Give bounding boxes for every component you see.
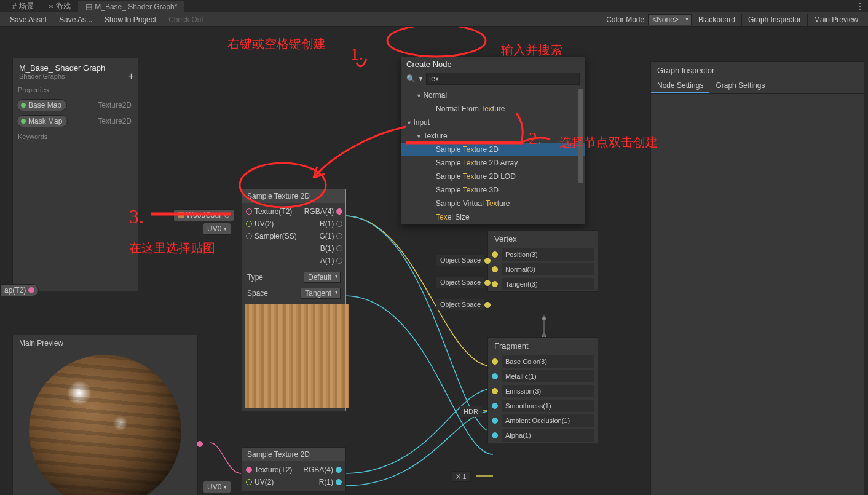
- graph-inspector-toggle[interactable]: Graph Inspector: [741, 14, 807, 26]
- port-icon: [336, 233, 342, 239]
- output-port-rgba[interactable]: RGBA(4): [304, 205, 343, 218]
- fragment-stack[interactable]: Fragment Base Color(3) Metallic(1) Emiss…: [487, 337, 598, 443]
- property-row[interactable]: Base Map Texture2D: [13, 97, 138, 113]
- output-port-a[interactable]: A(1): [304, 255, 343, 267]
- port-icon: [28, 287, 34, 293]
- input-port-uv[interactable]: UV(2): [246, 218, 297, 230]
- chevron-down-icon[interactable]: ▼: [418, 76, 424, 82]
- port-icon: [492, 281, 498, 287]
- result-item[interactable]: Texel Size: [401, 210, 585, 224]
- tab-scene[interactable]: #场景: [5, 0, 41, 13]
- property-pill[interactable]: Mask Map: [17, 115, 68, 127]
- port-icon: [246, 467, 252, 473]
- blackboard-toggle[interactable]: Blackboard: [692, 14, 741, 26]
- node-title: Sample Texture 2D: [242, 448, 345, 461]
- output-port-b[interactable]: B(1): [304, 242, 343, 255]
- properties-header: Properties: [13, 82, 138, 97]
- alpha-value-field[interactable]: X 1: [452, 471, 471, 482]
- uv-channel-pill[interactable]: UV0▾: [203, 223, 231, 235]
- port-stub[interactable]: [197, 440, 203, 449]
- result-item-selected[interactable]: Sample Texture 2D: [401, 143, 585, 156]
- port-icon: [336, 467, 342, 473]
- tab-game[interactable]: ∞游戏: [41, 0, 79, 13]
- stack-row[interactable]: Tangent(3): [488, 277, 598, 291]
- output-port-g[interactable]: G(1): [304, 230, 343, 242]
- port-icon: [484, 258, 491, 264]
- type-select[interactable]: Default: [304, 272, 341, 283]
- stack-row[interactable]: Smoothness(1): [488, 398, 598, 413]
- output-port-r[interactable]: R(1): [303, 476, 342, 488]
- space-select[interactable]: Tangent: [301, 288, 341, 299]
- scrollbar[interactable]: [578, 89, 583, 224]
- annotation-text: 输入并搜索: [501, 42, 562, 58]
- node-sample-texture-2d[interactable]: Sample Texture 2D Texture(T2) UV(2) RGBA…: [242, 447, 346, 491]
- vertex-stack[interactable]: Vertex Position(3) Normal(3) Tangent(3): [487, 230, 598, 292]
- stack-row[interactable]: Normal(3): [488, 262, 598, 277]
- check-out-button: Check Out: [162, 14, 210, 26]
- stack-row[interactable]: Base Color(3): [488, 354, 598, 369]
- texture-asset-pill[interactable]: WoodCour ⊙: [173, 209, 234, 221]
- svg-point-0: [542, 317, 546, 320]
- port-icon: [336, 221, 342, 227]
- property-row[interactable]: Mask Map Texture2D: [13, 113, 138, 129]
- node-sample-texture-2d[interactable]: Sample Texture 2D Texture(T2) UV(2) Samp…: [242, 189, 346, 411]
- tab-shadergraph[interactable]: ▤M_Base_ Shader Graph*: [78, 1, 184, 12]
- keywords-header: Keywords: [13, 129, 138, 144]
- result-item[interactable]: Sample Virtual Texture: [401, 197, 585, 210]
- port-icon: [492, 418, 498, 424]
- color-mode-select[interactable]: <None>: [648, 14, 692, 25]
- texture-swatch-icon: [178, 212, 184, 218]
- graph-inspector-panel[interactable]: Graph Inspector Node Settings Graph Sett…: [650, 61, 864, 495]
- tab-graph-settings[interactable]: Graph Settings: [709, 79, 771, 93]
- input-port-uv[interactable]: UV(2): [246, 476, 296, 488]
- hdr-badge: HDR: [460, 406, 482, 417]
- input-port-texture[interactable]: Texture(T2): [246, 205, 297, 218]
- texture-preview: [245, 304, 349, 408]
- result-item[interactable]: Normal From Texture: [401, 102, 585, 116]
- category-texture[interactable]: Texture: [401, 129, 585, 143]
- result-item[interactable]: Sample Texture 3D: [401, 183, 585, 197]
- main-preview-toggle[interactable]: Main Preview: [807, 14, 864, 26]
- preview-title: Main Preview: [13, 335, 197, 351]
- result-item[interactable]: Sample Texture 2D LOD: [401, 170, 585, 183]
- type-label: Type: [247, 273, 263, 282]
- tab-overflow-icon[interactable]: ⋮: [856, 1, 864, 11]
- output-port-rgba[interactable]: RGBA(4): [303, 464, 342, 476]
- space-badge: Object Space: [436, 255, 484, 266]
- uv-channel-pill[interactable]: UV0▾: [203, 481, 231, 493]
- stack-row[interactable]: Alpha(1): [488, 428, 598, 443]
- port-icon: [336, 258, 342, 264]
- search-icon: 🔍: [406, 74, 416, 83]
- main-preview-panel[interactable]: Main Preview: [12, 335, 198, 495]
- input-port-texture[interactable]: Texture(T2): [246, 464, 296, 476]
- port-icon: [336, 208, 342, 215]
- category-normal[interactable]: Normal: [401, 89, 585, 102]
- property-type: Texture2D: [98, 117, 132, 125]
- search-input[interactable]: [426, 73, 580, 85]
- svg-point-2: [387, 27, 486, 57]
- output-port-r[interactable]: R(1): [304, 218, 343, 230]
- save-as-button[interactable]: Save As...: [53, 14, 98, 26]
- show-in-project-button[interactable]: Show In Project: [98, 14, 162, 26]
- create-node-popup[interactable]: Create Node 🔍 ▼ Normal Normal From Textu…: [401, 57, 585, 224]
- blackboard-add-button[interactable]: +: [128, 71, 134, 82]
- stack-row[interactable]: Position(3): [488, 247, 598, 262]
- stack-row[interactable]: Emission(3): [488, 384, 598, 398]
- stack-row[interactable]: Metallic(1): [488, 369, 598, 384]
- input-port-sampler[interactable]: Sampler(SS): [246, 230, 297, 242]
- port-icon: [246, 233, 252, 239]
- blackboard-panel[interactable]: M_Base_ Shader Graph Shader Graphs + Pro…: [12, 58, 138, 291]
- tab-node-settings[interactable]: Node Settings: [651, 79, 709, 93]
- space-label: Space: [247, 289, 268, 298]
- property-pill[interactable]: Base Map: [17, 99, 67, 111]
- port-icon: [492, 358, 498, 365]
- category-input[interactable]: Input: [401, 116, 585, 129]
- save-asset-button[interactable]: Save Asset: [4, 14, 53, 26]
- result-item[interactable]: Sample Texture 2D Array: [401, 156, 585, 170]
- chevron-down-icon: ▾: [224, 484, 227, 490]
- stack-row[interactable]: Ambient Occlusion(1): [488, 413, 598, 428]
- graph-canvas[interactable]: M_Base_ Shader Graph Shader Graphs + Pro…: [0, 27, 868, 495]
- property-node-clipped[interactable]: ap(T2): [0, 284, 39, 296]
- scrollbar-thumb[interactable]: [578, 89, 583, 183]
- object-picker-icon[interactable]: ⊙: [224, 211, 230, 220]
